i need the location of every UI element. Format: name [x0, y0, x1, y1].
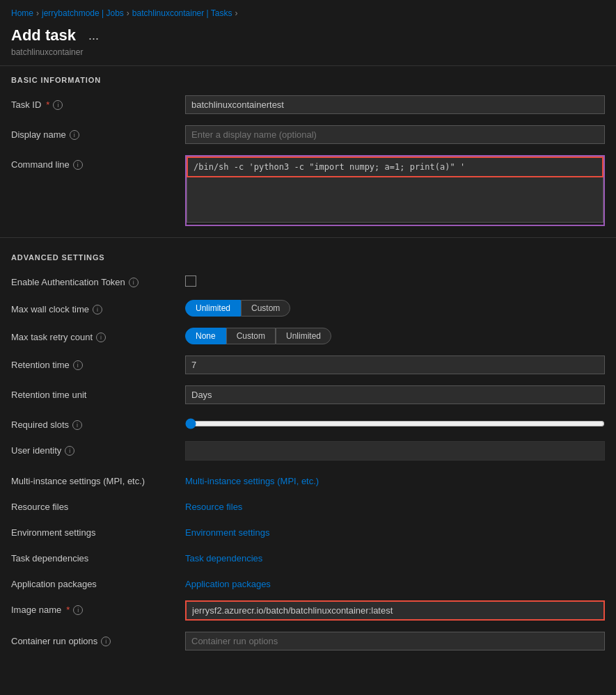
retention-time-info-icon[interactable]: i: [73, 360, 83, 370]
max-retry-row: Max task retry count i None Custom Unlim…: [0, 322, 616, 350]
image-name-label: Image name: [11, 605, 61, 615]
retry-unlimited-btn[interactable]: Unlimited: [276, 328, 331, 344]
container-run-input[interactable]: [185, 632, 605, 650]
user-identity-display: [185, 441, 605, 461]
required-slots-row: Required slots i: [0, 410, 616, 436]
task-id-info-icon[interactable]: i: [53, 100, 63, 110]
retention-time-row: Retention time i: [0, 350, 616, 380]
enable-auth-checkbox[interactable]: [185, 275, 196, 287]
display-name-input[interactable]: [185, 125, 605, 144]
retention-unit-input[interactable]: [185, 385, 605, 404]
page-subtitle: batchlinuxcontainer: [0, 47, 616, 65]
command-line-info-icon[interactable]: i: [73, 160, 83, 170]
task-deps-link[interactable]: Task dependencies: [185, 553, 262, 564]
env-settings-label: Environment settings: [11, 527, 95, 538]
user-identity-label: User identity: [11, 445, 61, 456]
multi-instance-link[interactable]: Multi-instance settings (MPI, etc.): [185, 476, 319, 486]
resource-files-row: Resource files Resource files: [0, 492, 616, 518]
enable-auth-row: Enable Authentication Token i: [0, 267, 616, 294]
command-line-extra[interactable]: [187, 177, 603, 223]
max-retry-label: Max task retry count: [11, 332, 93, 342]
image-name-row: Image name * i: [0, 595, 616, 626]
retry-none-btn[interactable]: None: [185, 328, 226, 344]
breadcrumb-home[interactable]: Home: [11, 8, 33, 18]
enable-auth-label: Enable Authentication Token: [11, 277, 125, 287]
retention-time-input[interactable]: [185, 356, 605, 374]
task-id-label: Task ID: [11, 99, 41, 110]
command-outer-border: [185, 155, 605, 226]
env-settings-link[interactable]: Environment settings: [185, 527, 269, 538]
multi-instance-label: Multi-instance settings (MPI, etc.): [11, 476, 145, 486]
display-name-info-icon[interactable]: i: [70, 130, 79, 140]
advanced-settings-section-header: ADVANCED SETTINGS: [0, 243, 616, 267]
user-identity-info-icon[interactable]: i: [65, 446, 74, 456]
task-deps-row: Task dependencies Task dependencies: [0, 543, 616, 569]
required-slots-info-icon[interactable]: i: [72, 420, 82, 430]
wall-clock-toggle-group: Unlimited Custom: [185, 300, 290, 317]
max-wall-clock-info-icon[interactable]: i: [93, 305, 102, 314]
image-name-input[interactable]: [185, 600, 605, 621]
wall-clock-unlimited-btn[interactable]: Unlimited: [185, 300, 241, 317]
container-run-label: Container run options: [11, 636, 97, 646]
required-slots-slider[interactable]: [185, 418, 605, 429]
retry-toggle-group: None Custom Unlimited: [185, 328, 331, 344]
user-identity-row: User identity i: [0, 436, 616, 466]
breadcrumb-tasks[interactable]: batchlinuxcontainer | Tasks: [132, 8, 232, 18]
image-name-required: *: [66, 605, 70, 615]
command-line-row: Command line i: [0, 150, 616, 232]
enable-auth-info-icon[interactable]: i: [129, 278, 139, 287]
retention-unit-row: Retention time unit: [0, 380, 616, 410]
task-deps-label: Task dependencies: [11, 553, 88, 564]
page-title: Add task: [11, 26, 76, 45]
container-run-row: Container run options i: [0, 626, 616, 656]
app-packages-link[interactable]: Application packages: [185, 579, 271, 589]
max-wall-clock-label: Max wall clock time: [11, 304, 89, 314]
breadcrumb-sep1: ›: [36, 8, 39, 18]
task-id-input[interactable]: [185, 95, 605, 114]
retry-custom-btn[interactable]: Custom: [226, 328, 276, 344]
ellipsis-button[interactable]: ...: [84, 27, 103, 45]
container-run-info-icon[interactable]: i: [101, 637, 111, 646]
basic-info-section-header: BASIC INFORMATION: [0, 66, 616, 90]
breadcrumb-jobs[interactable]: jerrybatchmode | Jobs: [42, 8, 124, 18]
retention-time-label: Retention time: [11, 360, 70, 370]
task-id-row: Task ID * i: [0, 90, 616, 120]
breadcrumb: Home › jerrybatchmode | Jobs › batchlinu…: [0, 0, 616, 24]
resource-files-link[interactable]: Resource files: [185, 502, 242, 512]
max-retry-info-icon[interactable]: i: [96, 333, 106, 342]
breadcrumb-sep2: ›: [127, 8, 129, 18]
wall-clock-custom-btn[interactable]: Custom: [241, 300, 290, 317]
app-packages-label: Application packages: [11, 579, 97, 589]
required-slots-label: Required slots: [11, 420, 69, 430]
display-name-label: Display name: [11, 129, 66, 140]
breadcrumb-sep3: ›: [235, 8, 238, 18]
env-settings-row: Environment settings Environment setting…: [0, 518, 616, 543]
multi-instance-row: Multi-instance settings (MPI, etc.) Mult…: [0, 466, 616, 492]
display-name-row: Display name i: [0, 120, 616, 150]
task-id-required: *: [46, 99, 49, 110]
retention-unit-label: Retention time unit: [11, 390, 86, 400]
command-line-label: Command line: [11, 159, 70, 170]
app-packages-row: Application packages Application package…: [0, 569, 616, 595]
resource-files-label: Resource files: [11, 502, 68, 512]
image-name-info-icon[interactable]: i: [73, 605, 83, 615]
max-wall-clock-row: Max wall clock time i Unlimited Custom: [0, 294, 616, 322]
command-line-input[interactable]: [187, 157, 603, 177]
